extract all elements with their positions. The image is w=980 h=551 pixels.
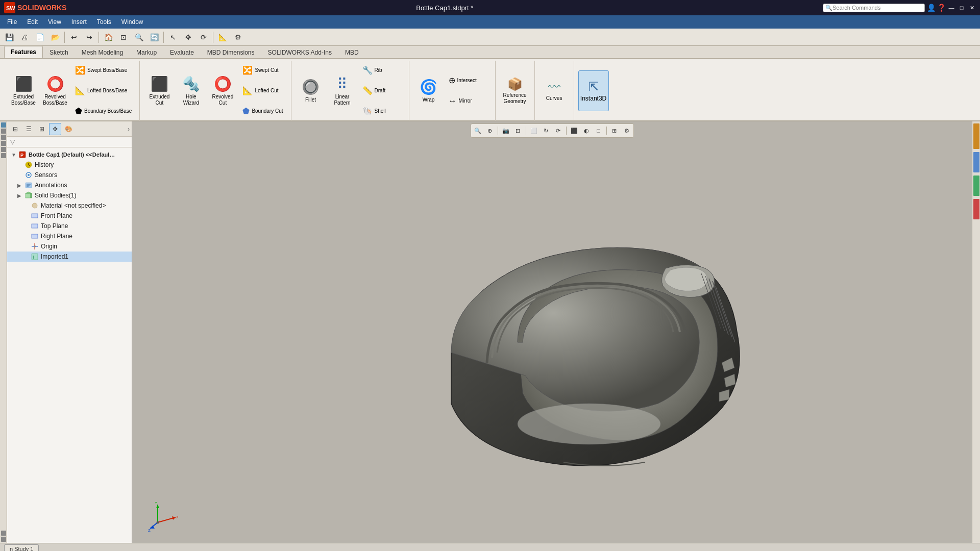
- vp-options-btn[interactable]: ⚙: [621, 125, 632, 136]
- reference-geometry-btn[interactable]: 📦 ReferenceGeometry: [500, 70, 530, 111]
- redo-btn[interactable]: ↪: [82, 30, 96, 44]
- shell-btn[interactable]: 🐚 Shell: [359, 102, 405, 121]
- left-icon-8[interactable]: [1, 537, 6, 542]
- ft-root-node[interactable]: ▼ P Bottle Cap1 (Default) <<Default>_Dis…: [7, 149, 132, 160]
- menu-insert[interactable]: Insert: [66, 17, 92, 27]
- vp-hud-btn[interactable]: ⊞: [609, 125, 620, 136]
- left-icon-1[interactable]: [1, 122, 6, 128]
- draft-btn[interactable]: 📏 Draft: [359, 81, 405, 101]
- tab-features[interactable]: Features: [4, 46, 43, 58]
- new-btn[interactable]: 📄: [33, 30, 47, 44]
- revolved-boss-base-btn[interactable]: ⭕ RevolvedBoss/Base: [40, 70, 70, 111]
- ft-front-plane[interactable]: Front Plane: [7, 211, 132, 221]
- select-btn[interactable]: ↖: [166, 30, 180, 44]
- menu-view[interactable]: View: [43, 17, 66, 27]
- ft-solid-bodies[interactable]: ▶ Solid Bodies(1): [7, 190, 132, 201]
- vp-display3-btn[interactable]: □: [593, 125, 604, 136]
- vp-search2-btn[interactable]: ⊕: [484, 125, 496, 136]
- rotate-btn[interactable]: ⟳: [197, 30, 211, 44]
- undo-btn[interactable]: ↩: [67, 30, 81, 44]
- fillet-btn[interactable]: 🔘 Fillet: [296, 70, 326, 111]
- hole-wizard-btn[interactable]: 🔩 HoleWizard: [176, 70, 206, 111]
- instant3d-btn[interactable]: ⇱ Instant3D: [578, 70, 609, 111]
- move-btn[interactable]: ✥: [181, 30, 195, 44]
- linear-pattern-btn[interactable]: ⠿ LinearPattern: [327, 70, 358, 111]
- print-btn[interactable]: 🖨: [17, 30, 32, 44]
- tab-mesh-modeling[interactable]: Mesh Modeling: [75, 46, 130, 58]
- search-input[interactable]: [832, 5, 919, 11]
- vp-rotate-btn[interactable]: ↻: [541, 125, 552, 136]
- vp-search-btn[interactable]: 🔍: [472, 125, 483, 136]
- ft-list-btn[interactable]: ☰: [22, 123, 35, 135]
- menu-window[interactable]: Window: [116, 17, 149, 27]
- search-bar[interactable]: 🔍: [823, 4, 925, 12]
- ft-tree-btn[interactable]: ⊞: [36, 123, 48, 135]
- tab-mbd[interactable]: MBD: [338, 46, 365, 58]
- left-icon-6[interactable]: [1, 153, 6, 158]
- swept-cut-btn[interactable]: 🔀 Swept Cut: [239, 61, 286, 80]
- panel-resize-handle[interactable]: [978, 0, 980, 551]
- vp-display2-btn[interactable]: ◐: [581, 125, 592, 136]
- left-icon-5[interactable]: [1, 147, 6, 152]
- boundary-boss-base-btn[interactable]: ⬟ Boundary Boss/Base: [71, 102, 135, 121]
- tab-mbd-dimensions[interactable]: MBD Dimensions: [201, 46, 261, 58]
- close-btn[interactable]: ✕: [968, 4, 976, 12]
- bottom-tab-motion-study[interactable]: n Study 1: [4, 544, 39, 551]
- save-btn[interactable]: 💾: [2, 30, 16, 44]
- ft-imported1[interactable]: I Imported1: [7, 252, 132, 262]
- minimize-btn[interactable]: —: [947, 4, 955, 12]
- menu-file[interactable]: File: [2, 17, 22, 27]
- maximize-btn[interactable]: □: [958, 4, 966, 12]
- user-icon[interactable]: 👤: [927, 4, 935, 12]
- rotate-view-btn[interactable]: 🔄: [147, 30, 161, 44]
- tab-sketch[interactable]: Sketch: [43, 46, 75, 58]
- left-icon-2[interactable]: [1, 129, 6, 134]
- left-icon-3[interactable]: [1, 135, 6, 140]
- left-icon-4[interactable]: [1, 141, 6, 146]
- help-icon[interactable]: ❓: [937, 4, 945, 12]
- lofted-boss-base-btn[interactable]: 📐 Lofted Boss/Base: [71, 81, 135, 101]
- options-btn[interactable]: ⚙: [231, 30, 245, 44]
- tab-evaluate[interactable]: Evaluate: [163, 46, 201, 58]
- root-expand[interactable]: ▼: [11, 152, 16, 158]
- boundary-cut-btn[interactable]: ⬟ Boundary Cut: [239, 102, 286, 121]
- zoom-fit-btn[interactable]: ⊡: [116, 30, 131, 44]
- vp-orbit-btn[interactable]: ⟳: [553, 125, 564, 136]
- wrap-btn[interactable]: 🌀 Wrap: [413, 70, 444, 111]
- vp-fit-btn[interactable]: ⊡: [512, 125, 524, 136]
- ft-filter-btn[interactable]: ⊟: [9, 123, 21, 135]
- ft-right-plane[interactable]: Right Plane: [7, 231, 132, 241]
- ft-color-btn[interactable]: 🎨: [62, 123, 75, 135]
- annotations-expand[interactable]: ▶: [17, 183, 22, 188]
- tab-solidworks-addins[interactable]: SOLIDWORKS Add-Ins: [261, 46, 338, 58]
- intersect-btn[interactable]: ⊕ Intersect: [445, 71, 491, 90]
- revolved-cut-btn[interactable]: ⭕ RevolvedCut: [207, 70, 238, 111]
- vp-camera-btn[interactable]: 📷: [500, 125, 511, 136]
- ft-origin[interactable]: Origin: [7, 241, 132, 252]
- tab-markup[interactable]: Markup: [130, 46, 163, 58]
- mirror-btn[interactable]: ↔ Mirror: [445, 91, 491, 111]
- open-btn[interactable]: 📂: [48, 30, 62, 44]
- ft-annotations[interactable]: ▶ Annotations: [7, 180, 132, 190]
- viewport[interactable]: 🔍 ⊕ 📷 ⊡ ⬜ ↻ ⟳ ⬛ ◐ □ ⊞ ⚙: [132, 121, 972, 543]
- vp-display-btn[interactable]: ⬛: [569, 125, 580, 136]
- extruded-boss-base-btn[interactable]: ⬛ ExtrudedBoss/Base: [8, 70, 39, 111]
- ft-top-plane[interactable]: Top Plane: [7, 221, 132, 231]
- ft-history[interactable]: History: [7, 160, 132, 170]
- ft-material[interactable]: Material <not specified>: [7, 201, 132, 211]
- ft-move-btn[interactable]: ✥: [49, 123, 61, 135]
- left-icon-7[interactable]: [1, 531, 6, 536]
- menu-edit[interactable]: Edit: [22, 17, 43, 27]
- lofted-cut-btn[interactable]: 📐 Lofted Cut: [239, 81, 286, 101]
- extruded-cut-btn[interactable]: ⬛ ExtrudedCut: [144, 70, 175, 111]
- vp-section-btn[interactable]: ⬜: [528, 125, 540, 136]
- measure-btn[interactable]: 📐: [215, 30, 230, 44]
- swept-boss-base-btn[interactable]: 🔀 Swept Boss/Base: [71, 61, 135, 80]
- curves-btn[interactable]: 〰 Curves: [539, 70, 570, 111]
- home-btn[interactable]: 🏠: [101, 30, 115, 44]
- rib-btn[interactable]: 🔧 Rib: [359, 61, 405, 80]
- ft-sensors[interactable]: Sensors: [7, 170, 132, 180]
- solid-bodies-expand[interactable]: ▶: [17, 193, 22, 198]
- zoom-in-btn[interactable]: 🔍: [132, 30, 146, 44]
- menu-tools[interactable]: Tools: [92, 17, 116, 27]
